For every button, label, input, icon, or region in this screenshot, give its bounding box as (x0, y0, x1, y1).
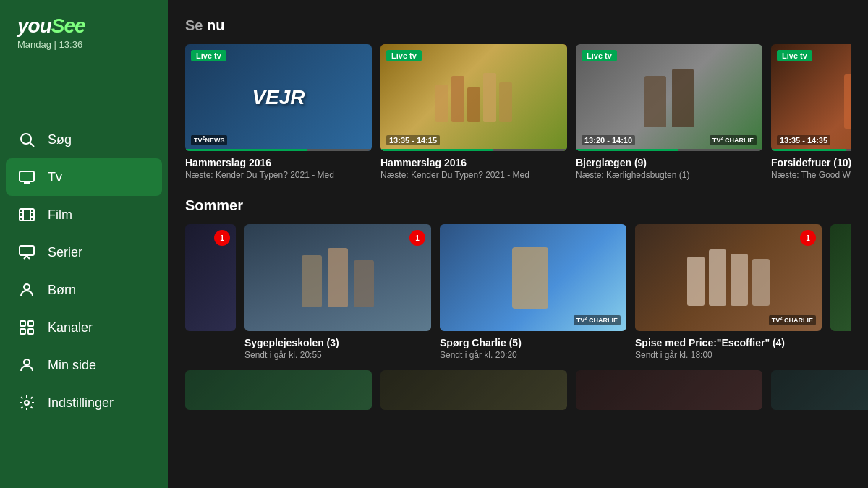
sidebar-item-label: Min side (48, 358, 96, 373)
bottom-partial-row (168, 364, 868, 410)
card-subtitle: Sendt i går kl. 20:55 (244, 350, 431, 360)
kanaler-icon (17, 318, 36, 337)
section-sommer: Sommer 1 1 (168, 184, 868, 364)
time-overlay: 13:35 - 14:35 (777, 135, 830, 145)
sidebar-item-label: Kanaler (48, 320, 93, 335)
card-hammerslag[interactable]: Live tv 13:35 - 14:15 Hammerslag 2016 Næ… (380, 44, 567, 180)
sidebar-item-label: Indstillinger (48, 395, 114, 411)
logo: youSee (17, 16, 150, 36)
sidebar-item-label: Søg (48, 132, 72, 147)
sidebar-item-label: Tv (48, 170, 62, 185)
film-icon (17, 205, 36, 224)
card-thumbnail: Live tv 13:20 - 14:10 TV2 CHARLIE (576, 44, 762, 151)
section-sommer-title: Sommer (185, 197, 851, 214)
dr-badge: 1 (800, 230, 816, 246)
main-content: Se nu VEJR Live tv TV2NEWS Hammerslag 20… (168, 0, 868, 488)
card-title: Spørg Charlie (5) (440, 337, 626, 348)
card-tv2news[interactable]: VEJR Live tv TV2NEWS Hammerslag 2016 Næs… (185, 44, 372, 180)
svg-rect-2 (20, 171, 34, 181)
svg-rect-17 (28, 329, 33, 334)
search-icon (17, 130, 36, 149)
card-subtitle: Næste: The Good Wife (6) (771, 170, 851, 180)
person-icon (17, 356, 36, 374)
card-thumbnail: Live tv 13:35 - 14:15 (380, 44, 567, 151)
live-badge: Live tv (777, 50, 812, 61)
channel-logo: TV2 CHARLIE (710, 135, 757, 145)
card-thumbnail: 1 (185, 224, 236, 331)
serier-icon (17, 243, 36, 262)
card-sygeplejeskolen[interactable]: 1 Sygeplejeskolen (3) Sendt i går kl. 20… (244, 224, 431, 360)
svg-rect-12 (20, 246, 34, 255)
card-subtitle: Næste: Kærlighedsbugten (1) (576, 170, 762, 180)
card-forsidefruer[interactable]: Live tv 13:35 - 14:35 3 Forsidefruer (10… (771, 44, 851, 180)
sidebar-item-tv[interactable]: Tv (6, 158, 162, 196)
dr-badge: 1 (214, 230, 230, 246)
sidebar-item-search[interactable]: Søg (0, 121, 168, 158)
card-thumbnail (830, 224, 851, 331)
card-subtitle: Næste: Kender Du Typen? 2021 - Med (380, 170, 567, 180)
card-thumbnail: 1 TV2 CHARLIE (635, 224, 822, 331)
sidebar-item-label: Børn (48, 283, 76, 298)
time-overlay: 13:35 - 14:15 (386, 135, 440, 145)
svg-point-19 (25, 401, 29, 405)
card-title: Forsidefruer (10) (771, 157, 851, 168)
card-subtitle: Næste: Kender Du Typen? 2021 - Med (185, 170, 372, 180)
datetime: Mandag | 13:36 (17, 39, 150, 50)
sidebar: youSee Mandag | 13:36 Søg Tv Film Serier (0, 0, 168, 488)
svg-point-0 (21, 134, 31, 144)
section-live-title: Se nu (185, 17, 851, 34)
tv-icon (17, 168, 36, 187)
born-icon (17, 281, 36, 299)
svg-rect-5 (20, 209, 34, 221)
sidebar-item-label: Serier (48, 245, 82, 260)
card-subtitle: Sendt i går kl. 20:20 (440, 350, 626, 360)
channel-logo: TV2 CHARLIE (769, 315, 816, 325)
card-bjerglegen[interactable]: Live tv 13:20 - 14:10 TV2 CHARLIE Bjergl… (576, 44, 762, 180)
section-live: Se nu VEJR Live tv TV2NEWS Hammerslag 20… (168, 0, 868, 184)
sidebar-item-indstillinger[interactable]: Indstillinger (0, 384, 168, 421)
sommer-cards-row: 1 1 Sygeplejeskolen (3) (185, 224, 851, 360)
channel-logo: TV2 CHARLIE (574, 315, 621, 325)
time-overlay: 13:20 - 14:10 (582, 135, 635, 145)
card-title: Hammerslag 2016 (185, 157, 372, 168)
card-spise[interactable]: 1 TV2 CHARLIE Spise med Price:"Escoffier… (635, 224, 822, 360)
card-title: Spise med Price:"Escoffier" (4) (635, 337, 822, 348)
card-thumbnail: TV2 CHARLIE (440, 224, 626, 331)
svg-line-1 (30, 143, 35, 147)
card-partial-sommer[interactable]: 1 (185, 224, 236, 360)
sidebar-item-born[interactable]: Børn (0, 271, 168, 309)
card-partial-signe[interactable] (830, 224, 851, 360)
card-title: Sygeplejeskolen (3) (244, 337, 431, 348)
svg-rect-15 (28, 321, 33, 326)
sidebar-item-serier[interactable]: Serier (0, 234, 168, 271)
svg-rect-14 (20, 321, 25, 326)
live-badge: Live tv (386, 50, 422, 61)
sidebar-item-film[interactable]: Film (0, 196, 168, 234)
logo-area: youSee Mandag | 13:36 (0, 0, 168, 63)
card-subtitle: Sendt i går kl. 18:00 (635, 350, 822, 360)
live-cards-row: VEJR Live tv TV2NEWS Hammerslag 2016 Næs… (185, 44, 851, 180)
card-sporcharlie[interactable]: TV2 CHARLIE Spørg Charlie (5) Sendt i gå… (440, 224, 626, 360)
dr-badge: 1 (409, 230, 425, 246)
card-title: Hammerslag 2016 (380, 157, 567, 168)
live-badge: Live tv (191, 50, 226, 61)
card-thumbnail: VEJR Live tv TV2NEWS (185, 44, 372, 151)
settings-icon (17, 393, 36, 412)
card-thumbnail: Live tv 13:35 - 14:35 3 (771, 44, 851, 151)
card-title: Bjerglægen (9) (576, 157, 762, 168)
sidebar-item-minside[interactable]: Min side (0, 346, 168, 384)
sidebar-item-kanaler[interactable]: Kanaler (0, 309, 168, 346)
sidebar-item-label: Film (48, 207, 72, 223)
live-badge: Live tv (582, 50, 617, 61)
card-thumbnail: 1 (244, 224, 431, 331)
svg-point-18 (24, 359, 30, 365)
svg-rect-16 (20, 329, 25, 334)
svg-point-13 (24, 284, 30, 290)
